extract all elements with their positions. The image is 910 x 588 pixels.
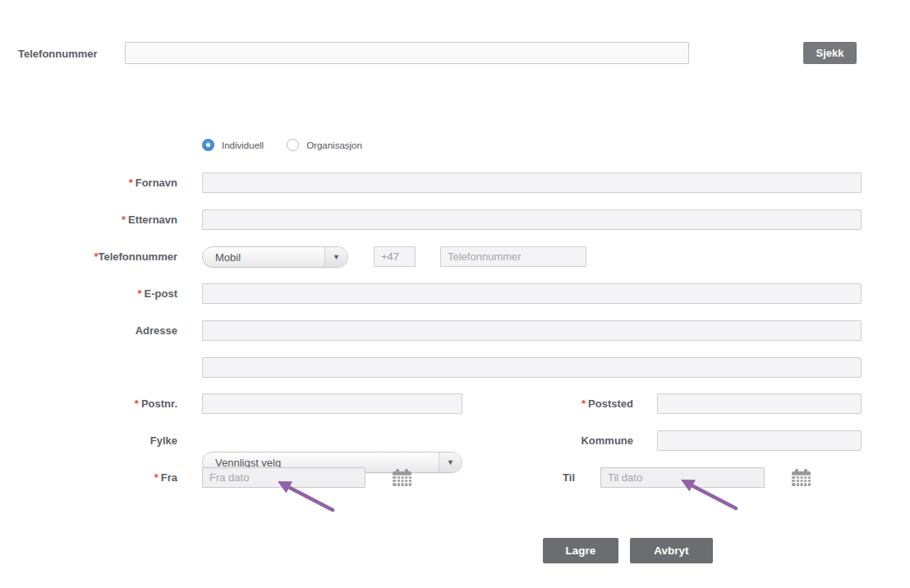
to-date-label: Til [460,467,575,488]
calendar-icon[interactable] [393,469,411,486]
from-date-label: *Fra [0,467,177,488]
check-button[interactable]: Sjekk [803,42,857,64]
last-name-label: *Etternavn [0,209,177,230]
required-marker: * [122,214,126,226]
municipality-label: Kommune [460,430,633,451]
lookup-phone-input[interactable] [125,42,689,64]
chevron-down-icon[interactable]: ▼ [324,247,347,267]
email-label: *E-post [0,283,177,304]
county-label: Fylke [0,430,177,451]
chevron-down-icon[interactable]: ▼ [439,452,462,472]
address-line1-input[interactable] [202,320,862,341]
phone-type-selected: Mobil [203,251,324,264]
first-name-input[interactable] [202,172,862,193]
postal-place-label: *Poststed [460,393,633,414]
radio-individuell[interactable] [202,139,214,151]
phone-label: *Telefonnummer [0,246,177,267]
last-name-input[interactable] [202,209,862,230]
email-input[interactable] [202,283,862,304]
postal-code-label: *Postnr. [0,393,177,414]
required-marker: * [154,471,159,484]
first-name-label: *Fornavn [0,172,177,193]
radio-organisasjon-label[interactable]: Organisasjon [306,140,362,150]
radio-organisasjon[interactable] [287,139,299,151]
radio-individuell-label[interactable]: Individuell [222,140,264,150]
save-button[interactable]: Lagre [543,538,618,563]
required-marker: * [129,177,133,189]
country-code-input[interactable] [374,246,416,267]
to-date-input[interactable] [600,467,765,488]
postal-place-input[interactable] [657,393,862,414]
postal-code-input[interactable] [202,393,462,414]
required-marker: * [581,397,586,410]
required-marker: * [135,397,139,410]
phone-type-dropdown[interactable]: Mobil ▼ [202,246,348,268]
phone-registration-form: Telefonnummer Sjekk Individuell Organisa… [0,0,910,588]
address-label: Adresse [0,320,177,341]
municipality-input[interactable] [657,430,862,451]
cancel-button[interactable]: Avbryt [630,538,713,563]
required-marker: * [137,287,141,300]
radio-selected-dot [206,143,210,147]
phone-number-input[interactable] [440,246,586,267]
address-line2-input[interactable] [202,357,862,378]
lookup-phone-label: Telefonnummer [18,43,98,65]
from-date-input[interactable] [202,467,365,488]
calendar-icon[interactable] [792,469,811,486]
entity-type-radio-group: Individuell Organisasjon [202,139,362,151]
